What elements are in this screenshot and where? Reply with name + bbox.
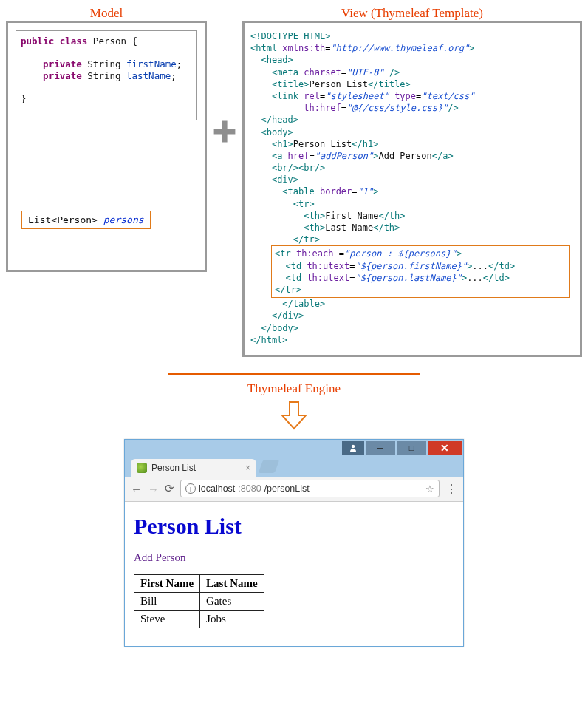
favicon-icon	[137, 463, 147, 473]
list-var: persons	[103, 214, 144, 225]
model-view-row: Model public class Person { private Stri…	[6, 6, 582, 357]
arrow-down	[6, 399, 582, 432]
view-column: View (Thymeleaf Template) <!DOCTYPE HTML…	[242, 6, 582, 357]
close-tab-icon[interactable]: ×	[245, 463, 250, 473]
cell-last: Jobs	[200, 610, 264, 628]
type: String	[87, 70, 120, 81]
view-box: <!DOCTYPE HTML> <html xmlns:th="http://w…	[242, 21, 582, 357]
arrow-down-icon	[278, 399, 310, 432]
table-row: Steve Jobs	[134, 610, 264, 628]
forward-icon[interactable]: →	[148, 483, 159, 495]
url-port: :8080	[238, 483, 261, 494]
tab-title: Person List	[151, 463, 196, 473]
tab-bar: Person List ×	[125, 456, 463, 477]
keyword: class	[60, 35, 88, 47]
class-name: Person {	[93, 35, 137, 47]
person-table: First Name Last Name Bill Gates Steve Jo…	[134, 574, 264, 628]
field: lastName	[126, 70, 171, 81]
model-column: Model public class Person { private Stri…	[6, 6, 207, 272]
url-path: /personList	[264, 483, 310, 494]
model-code: public class Person { private String fir…	[16, 30, 197, 120]
address-row: ← → ⟳ i localhost:8080/personList ☆ ⋮	[125, 477, 463, 502]
user-icon[interactable]	[342, 441, 364, 455]
keyword: private	[43, 58, 82, 69]
list-type: List<Person>	[28, 214, 98, 225]
page-content: Person List Add Person First Name Last N…	[125, 502, 463, 646]
keyword: private	[43, 70, 82, 81]
brace: }	[21, 93, 27, 104]
model-box: public class Person { private String fir…	[6, 21, 207, 272]
info-icon[interactable]: i	[185, 483, 196, 494]
maximize-button[interactable]: □	[397, 441, 426, 455]
minimize-button[interactable]: ─	[366, 441, 395, 455]
table-row: Bill Gates	[134, 592, 264, 610]
new-tab-button[interactable]	[259, 460, 280, 473]
close-button[interactable]: ✕	[428, 441, 462, 455]
th-last: Last Name	[200, 574, 264, 592]
cell-first: Bill	[134, 592, 200, 610]
divider	[168, 373, 420, 375]
model-label: Model	[6, 6, 207, 21]
titlebar: ─ □ ✕	[125, 440, 463, 456]
cell-first: Steve	[134, 610, 200, 628]
cell-last: Gates	[200, 592, 264, 610]
url-host: localhost	[199, 483, 235, 494]
plus-operator	[211, 6, 238, 257]
field: firstName	[126, 58, 177, 69]
view-highlight: <tr th:each ="person : ${persons}"> <td …	[271, 245, 570, 298]
browser-tab[interactable]: Person List ×	[131, 459, 256, 477]
plus-icon	[211, 118, 238, 145]
star-icon[interactable]: ☆	[425, 483, 434, 494]
th-first: First Name	[134, 574, 200, 592]
page-title: Person List	[134, 514, 454, 539]
svg-point-0	[352, 445, 355, 448]
keyword: public	[21, 35, 54, 47]
menu-icon[interactable]: ⋮	[445, 482, 457, 496]
model-list-box: List<Person> persons	[21, 211, 151, 229]
view-label: View (Thymeleaf Template)	[242, 6, 582, 21]
browser-window: ─ □ ✕ Person List × ← → ⟳ i localhost:80…	[124, 439, 464, 647]
address-bar[interactable]: i localhost:8080/personList ☆	[180, 480, 440, 497]
back-icon[interactable]: ←	[131, 483, 142, 495]
engine-label: Thymeleaf Engine	[6, 381, 582, 396]
reload-icon[interactable]: ⟳	[165, 482, 174, 495]
type: String	[87, 58, 120, 69]
table-header-row: First Name Last Name	[134, 574, 264, 592]
add-person-link[interactable]: Add Person	[134, 551, 185, 563]
